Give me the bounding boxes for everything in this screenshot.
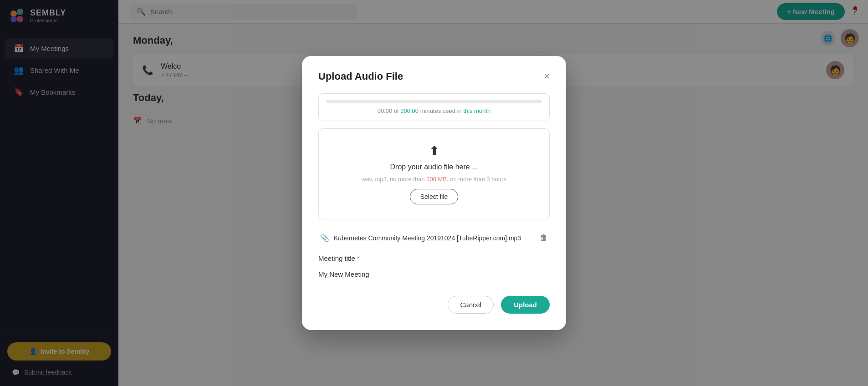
modal-close-button[interactable]: × [544,71,550,81]
modal-header: Upload Audio File × [318,71,550,82]
drop-hint: wav, mp3, no more than 300 MB, no more t… [362,176,506,183]
usage-used: 00:00 [378,107,393,114]
meeting-title-label: Meeting title * [318,254,550,262]
required-marker: * [357,254,360,262]
drop-hint-plain: wav, mp3, no more than [362,176,426,183]
usage-total: 300:00 [400,107,419,114]
file-attached-row: 📎 Kubernetes Community Meeting 20191024 … [318,229,550,247]
upload-arrow-icon: ⬆ [429,143,439,158]
drop-zone[interactable]: ⬆ Drop your audio file here ... wav, mp3… [318,128,550,219]
cancel-button[interactable]: Cancel [448,296,494,314]
select-file-button[interactable]: Select file [410,189,459,204]
delete-file-button[interactable]: 🗑 [540,233,548,243]
drop-prompt: Drop your audio file here ... [390,163,478,171]
usage-unit: minutes used [420,107,457,114]
drop-hint-rest: , no more than 3 hours [447,176,506,183]
modal-title: Upload Audio File [318,71,403,82]
modal-footer: Cancel Upload [318,296,550,314]
attachment-icon: 📎 [320,234,329,242]
meeting-title-input[interactable] [318,266,550,283]
usage-text: 00:00 of 300:00 minutes used in this mon… [326,107,542,114]
attached-file-name: Kubernetes Community Meeting 20191024 [T… [334,234,535,242]
drop-hint-size: 300 MB [426,176,447,183]
upload-button[interactable]: Upload [501,296,550,314]
usage-bar-container: 00:00 of 300:00 minutes used in this mon… [318,93,550,121]
progress-bar-track [326,100,542,103]
modal-overlay[interactable]: Upload Audio File × 00:00 of 300:00 minu… [0,0,868,386]
usage-of: of [394,107,400,114]
upload-audio-modal: Upload Audio File × 00:00 of 300:00 minu… [302,56,566,330]
meeting-title-label-text: Meeting title [318,254,355,262]
usage-suffix: in this month [457,107,491,114]
